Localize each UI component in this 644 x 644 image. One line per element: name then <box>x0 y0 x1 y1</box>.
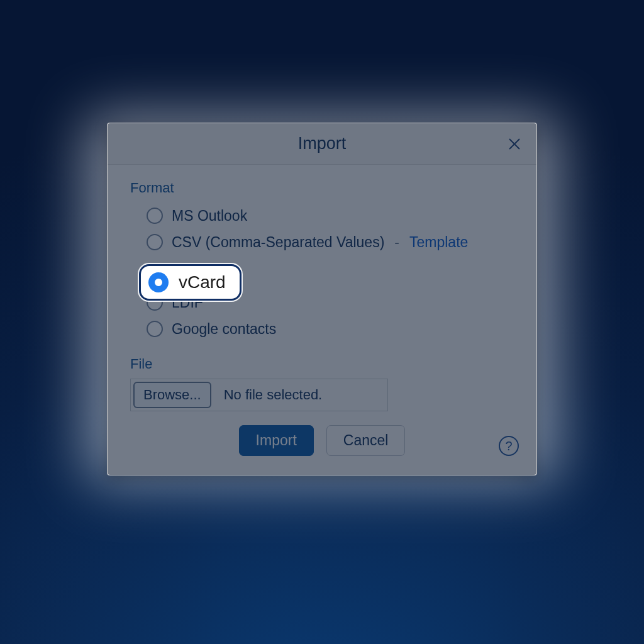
help-button[interactable]: ? <box>499 436 519 456</box>
radio-option-outlook[interactable]: MS Outlook <box>147 203 514 229</box>
dialog-footer: Import Cancel ? <box>108 418 536 475</box>
dialog-header: Import <box>108 123 536 165</box>
radio-option-google[interactable]: Google contacts <box>147 316 514 342</box>
file-label: File <box>130 356 514 372</box>
radio-icon <box>147 208 163 224</box>
radio-label: Google contacts <box>172 321 276 338</box>
file-picker: Browse... No file selected. <box>130 379 388 411</box>
radio-icon <box>147 321 163 337</box>
separator: - <box>394 234 399 251</box>
radio-icon <box>147 234 163 250</box>
format-label: Format <box>130 180 514 196</box>
file-status: No file selected. <box>224 387 323 403</box>
radio-icon <box>147 294 163 311</box>
help-icon: ? <box>505 439 512 453</box>
import-dialog: Import Format MS Outlook CSV (Comma-Sepa… <box>107 123 537 475</box>
radio-option-vcard-row <box>147 255 514 292</box>
close-icon <box>507 136 522 152</box>
radio-label: MS Outlook <box>172 208 247 225</box>
radio-option-csv[interactable]: CSV (Comma-Separated Values) - Template <box>147 229 514 255</box>
cancel-button[interactable]: Cancel <box>326 425 406 456</box>
format-radio-group: MS Outlook CSV (Comma-Separated Values) … <box>130 203 514 342</box>
dialog-title: Import <box>298 134 347 153</box>
dialog-body: Format MS Outlook CSV (Comma-Separated V… <box>108 165 536 418</box>
browse-button[interactable]: Browse... <box>133 382 211 408</box>
csv-template-link[interactable]: Template <box>409 234 468 251</box>
close-button[interactable] <box>504 133 525 155</box>
radio-option-ldif[interactable]: LDIF <box>147 289 514 316</box>
radio-label: LDIF <box>172 294 203 311</box>
radio-label: CSV (Comma-Separated Values) <box>172 234 384 251</box>
import-button[interactable]: Import <box>239 425 314 456</box>
